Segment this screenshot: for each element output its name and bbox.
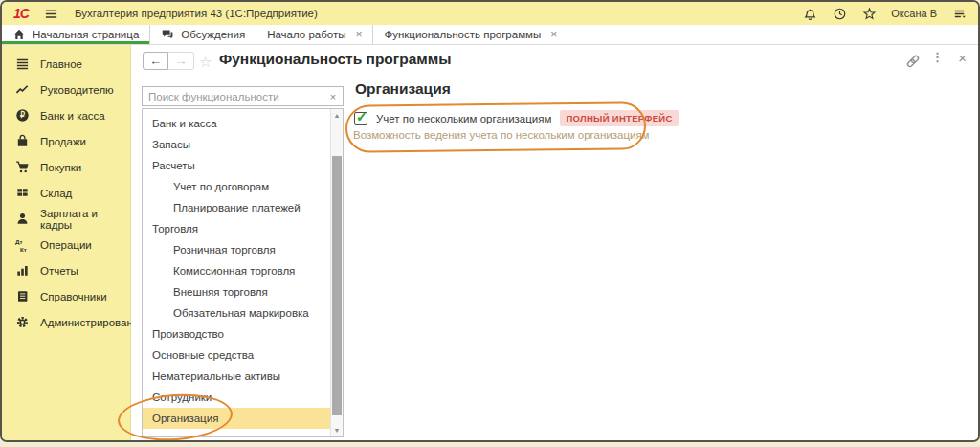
favorites-star-icon[interactable]: [861, 6, 877, 21]
scroll-down-icon[interactable]: ▼: [331, 424, 343, 436]
sidebar-item-person[interactable]: Зарплата и кадры: [2, 206, 130, 232]
list-item[interactable]: Основные средства: [143, 345, 330, 366]
list-item[interactable]: Запасы: [143, 134, 330, 155]
list-item[interactable]: Банк и касса: [143, 113, 330, 134]
home-icon: [12, 28, 26, 41]
svg-text:₽: ₽: [19, 110, 24, 120]
search-clear-icon[interactable]: ×: [323, 87, 343, 105]
section-heading: Организация: [355, 80, 451, 98]
sidebar-item-bag[interactable]: Продажи: [2, 128, 130, 154]
favorite-page-star-icon[interactable]: ☆: [199, 54, 212, 71]
page-title: Функциональность программы: [219, 51, 452, 68]
chat-icon: [161, 28, 174, 41]
tab-label: Начальная страница: [33, 29, 139, 40]
tab-bar: Начальная страницаОбсужденияНачало работ…: [2, 25, 978, 45]
list-item[interactable]: Учет по договорам: [143, 176, 330, 197]
tab-2[interactable]: Обсуждения: [150, 25, 256, 44]
forward-button[interactable]: →: [168, 52, 194, 70]
scrollbar-thumb[interactable]: [332, 156, 342, 415]
history-icon[interactable]: [832, 6, 847, 21]
full-interface-badge: ПОЛНЫЙ ИНТЕРФЕЙС: [560, 110, 678, 126]
scroll-up-icon[interactable]: ▲: [331, 109, 343, 122]
tab-close-icon[interactable]: ×: [550, 28, 557, 41]
list-scrollbar[interactable]: ▲ ▼: [330, 109, 343, 436]
list-item[interactable]: Планирование платежей: [143, 197, 330, 218]
multi-org-checkbox[interactable]: ✓: [354, 112, 368, 125]
tab-4[interactable]: Функциональность программы×: [373, 25, 568, 44]
sidebar-item-label: Руководителю: [40, 84, 114, 96]
list-item[interactable]: Сотрудники: [143, 387, 330, 408]
notifications-bell-icon[interactable]: [802, 6, 817, 21]
list-item[interactable]: Производство: [143, 324, 330, 345]
sidebar-item-label: Продажи: [40, 136, 86, 147]
dtkt-icon: ДтКт: [14, 237, 30, 253]
tab-label: Начало работы: [267, 29, 345, 40]
sidebar-item-gear[interactable]: Администрирование: [2, 309, 130, 335]
get-link-icon[interactable]: [905, 54, 921, 69]
trend-icon: [14, 82, 30, 98]
more-menu-icon[interactable]: ⋮: [931, 50, 944, 64]
option-row: ✓ Учет по нескольким организациям ПОЛНЫЙ…: [354, 110, 679, 126]
sidebar-item-label: Покупки: [40, 162, 81, 173]
sidebar: ГлавноеРуководителю₽Банк и кассаПродажиП…: [2, 45, 131, 440]
list-item[interactable]: Организация: [143, 408, 330, 429]
list-item[interactable]: Розничная торговля: [143, 239, 330, 260]
sidebar-item-label: Операции: [40, 239, 92, 251]
person-icon: [14, 212, 30, 227]
lines-icon: [14, 56, 30, 72]
sidebar-item-label: Главное: [40, 58, 82, 70]
list-item[interactable]: Обязательная маркировка: [143, 302, 330, 324]
chart-icon: [14, 263, 30, 279]
list-item[interactable]: Нематериальные активы: [143, 366, 330, 387]
1c-logo: 1С: [13, 6, 29, 21]
svg-text:Кт: Кт: [20, 245, 27, 252]
tab-3[interactable]: Начало работы×: [256, 25, 373, 44]
sidebar-item-chart[interactable]: Отчеты: [2, 257, 130, 283]
option-label[interactable]: Учет по нескольким организациям: [376, 113, 551, 124]
list-item[interactable]: Расчеты: [143, 155, 330, 176]
sidebar-item-label: Зарплата и кадры: [40, 208, 130, 231]
close-window-icon[interactable]: ×: [958, 50, 967, 66]
current-user[interactable]: Оксана В: [891, 8, 937, 19]
sidebar-item-grid[interactable]: Склад: [2, 180, 130, 206]
search-box: ×: [142, 86, 344, 106]
svg-text:Дт: Дт: [15, 238, 22, 245]
sidebar-item-label: Банк и касса: [40, 110, 105, 122]
sidebar-item-label: Склад: [40, 188, 72, 199]
option-description: Возможность ведения учета по нескольким …: [353, 129, 650, 141]
ruble-icon: ₽: [14, 108, 30, 123]
sidebar-item-ruble[interactable]: ₽Банк и касса: [2, 102, 130, 128]
book-icon: [14, 289, 30, 304]
sidebar-item-label: Справочники: [40, 291, 107, 302]
window-titlebar: 1С Бухгалтерия предприятия 43 (1С:Предпр…: [2, 2, 978, 25]
tab-label: Обсуждения: [181, 29, 245, 40]
tab-1[interactable]: Начальная страница: [2, 25, 150, 44]
window-title: Бухгалтерия предприятия 43 (1С:Предприят…: [75, 8, 318, 19]
main-menu-icon[interactable]: [951, 6, 967, 21]
functionality-list: Банк и кассаЗапасыРасчетыУчет по договор…: [142, 108, 344, 437]
sidebar-item-lines[interactable]: Главное: [2, 51, 130, 77]
gear-icon: [14, 315, 30, 330]
tab-close-icon[interactable]: ×: [355, 28, 362, 41]
tab-label: Функциональность программы: [384, 29, 541, 40]
sidebar-item-cart[interactable]: Покупки: [2, 154, 130, 180]
list-item[interactable]: Торговля: [143, 218, 330, 239]
sidebar-item-trend[interactable]: Руководителю: [2, 77, 130, 102]
back-button[interactable]: ←: [143, 52, 168, 70]
main-area: ← → ☆ Функциональность программы ⋮ × × Б…: [131, 45, 978, 440]
checkmark-icon: ✓: [356, 109, 368, 124]
search-input[interactable]: [143, 87, 323, 105]
sidebar-item-book[interactable]: Справочники: [2, 283, 130, 309]
list-item[interactable]: Внешняя торговля: [143, 281, 330, 302]
sidebar-item-dtkt[interactable]: ДтКтОперации: [2, 232, 130, 257]
cart-icon: [14, 160, 30, 175]
list-item[interactable]: Комиссионная торговля: [143, 260, 330, 281]
app-window: 1С Бухгалтерия предприятия 43 (1С:Предпр…: [0, 0, 980, 442]
sidebar-item-label: Администрирование: [40, 317, 145, 328]
sidebar-item-label: Отчеты: [40, 265, 78, 277]
hamburger-menu-icon[interactable]: [44, 6, 59, 21]
bag-icon: [14, 134, 30, 149]
grid-icon: [14, 186, 30, 201]
